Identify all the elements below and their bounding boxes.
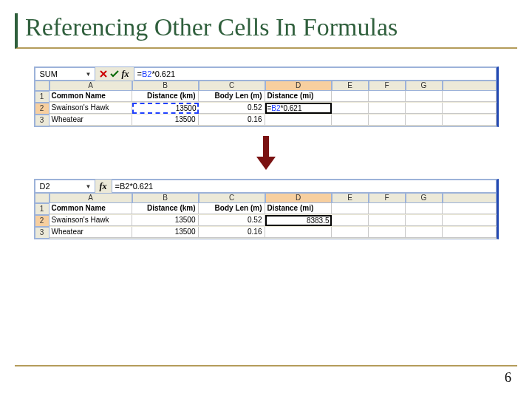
col-hdr-g[interactable]: G [406,193,443,203]
cell-f3[interactable] [369,115,406,126]
cell-b1[interactable]: Distance (km) [132,91,199,102]
cell-d2-ref: B2 [271,104,280,112]
cell-g2[interactable] [406,215,443,226]
cell-pad3 [443,115,497,126]
down-arrow-icon [256,136,276,170]
cell-d3[interactable] [265,227,332,238]
table-row: 1 Common Name Distance (km) Body Len (m)… [35,203,497,215]
grid: A B C D E F G 1 Common Name Distance (km… [35,193,497,239]
cell-e1[interactable] [332,91,369,102]
col-hdr-d[interactable]: D [265,81,332,91]
cell-a1[interactable]: Common Name [50,203,132,214]
cell-b3[interactable]: 13500 [132,227,199,238]
cell-e1[interactable] [332,203,369,214]
cell-e3[interactable] [332,115,369,126]
formula-input[interactable]: =B2*0.621 [112,180,497,193]
cell-d3[interactable] [265,115,332,126]
table-row: 2 Swainson's Hawk 13500 0.52 =B2*0.621 [35,103,497,115]
row-hdr-2[interactable]: 2 [35,215,50,227]
cell-b2[interactable]: 13500 [132,215,199,226]
cell-pad2 [443,103,497,114]
table-row: 3 Wheatear 13500 0.16 [35,115,497,126]
fx-icon[interactable]: fx [100,181,107,192]
cell-f2[interactable] [369,215,406,226]
cell-c1[interactable]: Body Len (m) [199,203,265,214]
cell-c2[interactable]: 0.52 [199,215,265,226]
cell-pad3 [443,227,497,238]
col-hdr-g[interactable]: G [406,81,443,91]
fx-icon[interactable]: fx [122,69,129,80]
cell-f2[interactable] [369,103,406,114]
formula-text: =B2*0.621 [115,182,154,191]
col-hdr-e[interactable]: E [332,81,369,91]
col-hdr-a[interactable]: A [50,193,132,203]
cell-d2-suffix: *0.621 [281,104,302,112]
col-hdr-b[interactable]: B [132,193,199,203]
cell-pad1 [443,91,497,102]
cell-g3[interactable] [406,115,443,126]
cell-b2[interactable]: 13500 [132,103,199,114]
slide: Referencing Other Cells In Formulas SUM … [0,0,532,399]
name-box[interactable]: D2 ▼ [35,180,95,193]
cell-f3[interactable] [369,227,406,238]
cell-a2[interactable]: Swainson's Hawk [50,215,132,226]
footer-divider [15,365,517,366]
spreadsheet-panel-result: D2 ▼ fx =B2*0.621 A B C D E F G [34,179,499,239]
col-hdr-f[interactable]: F [369,81,406,91]
name-box-dropdown-icon[interactable]: ▼ [86,183,92,190]
select-all-corner[interactable] [35,193,50,203]
cell-g3[interactable] [406,227,443,238]
name-box-dropdown-icon[interactable]: ▼ [86,71,92,78]
cell-g1[interactable] [406,91,443,102]
col-hdr-a[interactable]: A [50,81,132,91]
cell-d1[interactable]: Distance (mi) [265,91,332,102]
col-hdr-b[interactable]: B [132,81,199,91]
row-hdr-1[interactable]: 1 [35,91,50,103]
cell-e2[interactable] [332,215,369,226]
page-number: 6 [505,370,511,386]
row-hdr-2[interactable]: 2 [35,103,50,115]
cell-d1[interactable]: Distance (mi) [265,203,332,214]
cell-c1[interactable]: Body Len (m) [199,91,265,102]
cell-e2[interactable] [332,103,369,114]
cell-a2[interactable]: Swainson's Hawk [50,103,132,114]
select-all-corner[interactable] [35,81,50,91]
col-hdr-e[interactable]: E [332,193,369,203]
spreadsheet-panel-editing: SUM ▼ fx =B2*0.621 A B C D E F G [34,66,499,127]
cell-a1[interactable]: Common Name [50,91,132,102]
svg-rect-0 [263,136,269,157]
cell-g2[interactable] [406,103,443,114]
table-row: 1 Common Name Distance (km) Body Len (m)… [35,91,497,103]
row-hdr-3[interactable]: 3 [35,227,50,239]
cell-f1[interactable] [369,203,406,214]
col-hdr-c[interactable]: C [199,193,265,203]
cell-b1[interactable]: Distance (km) [132,203,199,214]
formula-input[interactable]: =B2*0.621 [134,67,497,81]
cell-a3[interactable]: Wheatear [50,115,132,126]
cell-c3[interactable]: 0.16 [199,115,265,126]
confirm-icon[interactable] [110,70,119,78]
cell-g1[interactable] [406,203,443,214]
name-box-value: SUM [40,69,58,78]
cell-d2[interactable]: =B2*0.621 [265,103,332,114]
col-hdr-c[interactable]: C [199,81,265,91]
formula-text-suffix: *0.621 [151,69,175,78]
formula-bar: D2 ▼ fx =B2*0.621 [35,180,497,193]
column-headers: A B C D E F G [35,193,497,203]
table-row: 2 Swainson's Hawk 13500 0.52 8383.5 [35,215,497,227]
grid: A B C D E F G 1 Common Name Distance (km… [35,81,497,126]
cell-c2[interactable]: 0.52 [199,103,265,114]
name-box-value: D2 [40,182,50,191]
cell-f1[interactable] [369,91,406,102]
col-hdr-d[interactable]: D [265,193,332,203]
cell-b3[interactable]: 13500 [132,115,199,126]
cell-e3[interactable] [332,227,369,238]
col-hdr-f[interactable]: F [369,193,406,203]
cell-a3[interactable]: Wheatear [50,227,132,238]
cell-c3[interactable]: 0.16 [199,227,265,238]
row-hdr-1[interactable]: 1 [35,203,50,215]
cell-d2[interactable]: 8383.5 [265,215,332,226]
row-hdr-3[interactable]: 3 [35,115,50,126]
cancel-icon[interactable] [100,70,107,78]
name-box[interactable]: SUM ▼ [35,67,95,81]
